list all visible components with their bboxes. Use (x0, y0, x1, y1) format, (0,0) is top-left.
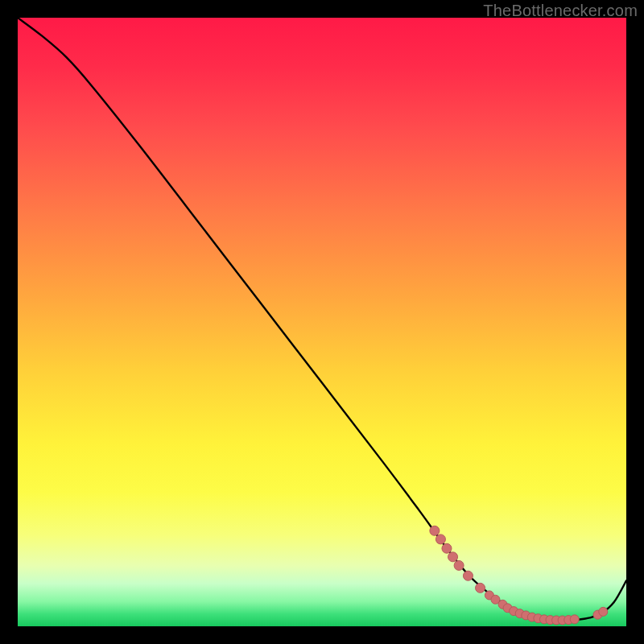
plot-area (18, 18, 626, 626)
data-marker (454, 560, 464, 570)
data-marker (442, 543, 452, 553)
data-marker (570, 615, 579, 624)
data-marker (448, 552, 458, 562)
chart-svg (18, 18, 626, 626)
data-marker (463, 571, 473, 580)
watermark-text: TheBottlenecker.com (483, 2, 638, 20)
data-marker (599, 607, 608, 616)
data-marker (436, 535, 445, 544)
bottleneck-curve (18, 18, 626, 621)
data-marker (430, 526, 440, 535)
marker-group (430, 526, 608, 625)
chart-stage: TheBottlenecker.com (0, 0, 644, 644)
data-marker (476, 583, 485, 592)
